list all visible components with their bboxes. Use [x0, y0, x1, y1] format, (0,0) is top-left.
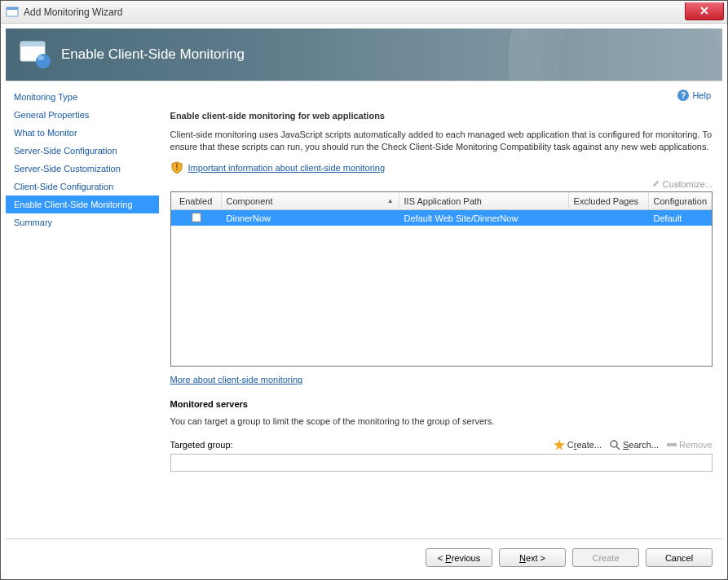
monitored-servers-heading: Monitored servers [170, 399, 713, 409]
window-title: Add Monitoring Wizard [24, 7, 685, 18]
svg-point-5 [38, 55, 44, 60]
cell-component: DinnerNow [222, 212, 399, 225]
body: Monitoring Type General Properties What … [6, 81, 722, 534]
remove-label: Remove [679, 440, 713, 450]
customize-label: Customize... [663, 179, 713, 189]
sidebar-item-enable-client-side[interactable]: Enable Client-Side Monitoring [6, 196, 159, 213]
close-button[interactable] [685, 2, 724, 20]
sort-indicator-icon: ▲ [387, 197, 394, 204]
cell-config: Default [649, 212, 712, 225]
svg-line-8 [616, 446, 620, 450]
header-icon [19, 38, 51, 71]
sidebar: Monitoring Type General Properties What … [6, 81, 159, 534]
star-icon [554, 439, 565, 450]
enabled-checkbox[interactable] [192, 213, 201, 222]
monitored-servers-desc: You can target a group to limit the scop… [170, 415, 713, 428]
more-about-link[interactable]: More about client-side monitoring [170, 375, 713, 384]
components-grid: Enabled Component ▲ IIS Application Path… [170, 191, 713, 367]
sidebar-item-summary[interactable]: Summary [6, 213, 159, 231]
section-heading: Enable client-side monitoring for web ap… [170, 111, 713, 121]
app-icon [6, 6, 19, 19]
sidebar-item-client-side-config[interactable]: Client-Side Configuration [6, 178, 159, 196]
col-header-enabled[interactable]: Enabled [171, 192, 222, 209]
search-group-button[interactable]: Search... [610, 440, 659, 450]
cell-iis: Default Web Site/DinnerNow [399, 212, 569, 225]
sidebar-item-server-side-custom[interactable]: Server-Side Customization [6, 160, 159, 178]
col-header-excluded[interactable]: Excluded Pages [569, 192, 649, 209]
customize-button[interactable]: Customize... [651, 179, 713, 189]
header-banner: Enable Client-Side Monitoring [6, 29, 722, 81]
grid-header: Enabled Component ▲ IIS Application Path… [171, 192, 712, 210]
col-header-config[interactable]: Configuration [649, 192, 712, 209]
sidebar-item-server-side-config[interactable]: Server-Side Configuration [6, 142, 159, 160]
cell-enabled [171, 211, 222, 226]
important-info-link[interactable]: Important information about client-side … [188, 163, 386, 173]
next-button[interactable]: Next > [499, 548, 566, 567]
create-group-button[interactable]: Create... [554, 439, 602, 450]
footer: < Previous Next > Create Cancel [6, 538, 722, 576]
header-title: Enable Client-Side Monitoring [61, 46, 245, 63]
shield-icon: ! [170, 161, 183, 174]
target-row: Targeted group: Create... Search... Remo… [170, 439, 713, 450]
previous-button[interactable]: < Previous [426, 548, 492, 567]
pencil-icon [651, 179, 660, 188]
cancel-button[interactable]: Cancel [646, 548, 713, 567]
sidebar-item-what-to-monitor[interactable]: What to Monitor [6, 124, 159, 142]
search-icon [610, 440, 620, 450]
help-link[interactable]: ? Help [677, 90, 711, 101]
close-icon [700, 7, 708, 15]
target-label: Targeted group: [170, 440, 252, 450]
targeted-group-field[interactable] [170, 454, 713, 472]
minus-icon [667, 443, 677, 446]
customize-row: Customize... [170, 179, 713, 191]
table-row[interactable]: DinnerNow Default Web Site/DinnerNow Def… [171, 210, 712, 226]
section-description: Client-side monitoring uses JavaScript s… [170, 129, 713, 153]
svg-point-7 [611, 441, 617, 447]
sidebar-item-monitoring-type[interactable]: Monitoring Type [6, 88, 159, 106]
col-header-iis[interactable]: IIS Application Path [399, 192, 569, 209]
wizard-window: Add Monitoring Wizard Enable Client-Side… [0, 0, 728, 580]
create-button: Create [572, 548, 639, 567]
titlebar: Add Monitoring Wizard [1, 1, 727, 24]
help-icon: ? [677, 90, 689, 101]
col-header-component[interactable]: Component ▲ [222, 192, 399, 209]
svg-rect-1 [7, 7, 18, 10]
important-info-row: ! Important information about client-sid… [170, 161, 713, 174]
sidebar-item-general-properties[interactable]: General Properties [6, 106, 159, 124]
svg-rect-3 [20, 42, 45, 46]
cell-excluded [569, 217, 649, 220]
content-pane: ? Help Enable client-side monitoring for… [159, 81, 722, 534]
remove-group-button: Remove [667, 440, 713, 450]
svg-text:!: ! [175, 163, 178, 172]
help-label: Help [692, 90, 711, 100]
svg-point-4 [36, 54, 51, 68]
